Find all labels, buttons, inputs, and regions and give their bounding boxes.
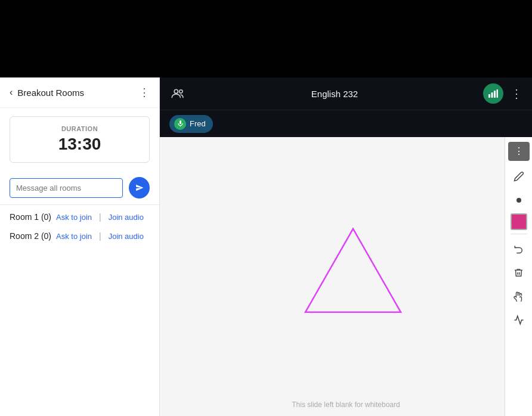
message-area: [0, 171, 159, 205]
duration-box: DURATION 13:30: [10, 116, 150, 163]
pencil-tool-button[interactable]: [508, 166, 530, 187]
room2-ask-to-join[interactable]: Ask to join: [56, 232, 92, 241]
video-header-left: [169, 85, 186, 102]
delete-button[interactable]: [508, 262, 530, 283]
room1-name: Room 1 (0): [10, 212, 51, 222]
room1-ask-to-join[interactable]: Ask to join: [56, 213, 92, 222]
toolbar-dots-button[interactable]: ⋮: [508, 142, 530, 161]
video-header-right: ⋮: [483, 83, 522, 104]
chart-tool-button[interactable]: [508, 309, 530, 331]
color-picker-button[interactable]: [511, 213, 527, 230]
svg-point-9: [516, 198, 521, 203]
room1-join-audio[interactable]: Join audio: [109, 213, 144, 222]
toolbar-sep: [511, 234, 527, 234]
video-more-icon[interactable]: ⋮: [511, 86, 522, 101]
room1-sep: |: [99, 212, 101, 222]
svg-rect-5: [497, 89, 499, 98]
back-button[interactable]: ‹: [10, 87, 13, 98]
sidebar-title: Breakout Rooms: [17, 88, 84, 98]
svg-rect-6: [180, 120, 181, 124]
whiteboard: This slide left blank for whiteboard ⋮: [160, 137, 532, 416]
people-icon[interactable]: [169, 85, 186, 102]
hand-tool-button[interactable]: [508, 285, 530, 307]
sidebar-more-icon[interactable]: ⋮: [139, 86, 150, 99]
sidebar-header-left: ‹ Breakout Rooms: [10, 87, 84, 98]
svg-marker-8: [305, 229, 401, 312]
room2-sep: |: [99, 231, 101, 241]
main-container: ‹ Breakout Rooms ⋮ DURATION 13:30 Room 1…: [0, 77, 532, 416]
dots-icon: ⋮: [514, 147, 524, 156]
video-title: English 232: [311, 89, 358, 99]
room2-name: Room 2 (0): [10, 231, 51, 241]
mic-icon: [174, 118, 186, 130]
dot-tool-button[interactable]: [508, 190, 530, 211]
room-item: Room 1 (0) Ask to join | Join audio: [10, 212, 150, 222]
svg-rect-2: [488, 94, 490, 98]
message-input[interactable]: [10, 178, 123, 198]
room2-join-audio[interactable]: Join audio: [109, 232, 144, 241]
participant-bar: Fred: [160, 110, 532, 137]
top-bar: [0, 0, 532, 77]
svg-point-1: [180, 90, 183, 93]
room-item: Room 2 (0) Ask to join | Join audio: [10, 231, 150, 241]
sidebar-header: ‹ Breakout Rooms ⋮: [0, 77, 159, 108]
triangle: [299, 223, 407, 321]
svg-rect-4: [494, 91, 496, 98]
right-toolbar: ⋮: [505, 137, 532, 416]
duration-label: DURATION: [18, 125, 141, 132]
rooms-list: Room 1 (0) Ask to join | Join audio Room…: [0, 205, 159, 248]
undo-button[interactable]: [508, 238, 530, 259]
sidebar: ‹ Breakout Rooms ⋮ DURATION 13:30 Room 1…: [0, 77, 160, 416]
content-area: English 232 ⋮: [160, 77, 532, 416]
signal-badge[interactable]: [483, 83, 503, 104]
svg-rect-3: [491, 92, 493, 98]
send-button[interactable]: [129, 177, 150, 198]
duration-value: 13:30: [18, 135, 141, 154]
svg-point-0: [174, 89, 178, 93]
participant-name: Fred: [190, 119, 206, 128]
video-header: English 232 ⋮: [160, 77, 532, 110]
participant-badge: Fred: [169, 115, 213, 133]
whiteboard-label: This slide left blank for whiteboard: [292, 401, 400, 409]
